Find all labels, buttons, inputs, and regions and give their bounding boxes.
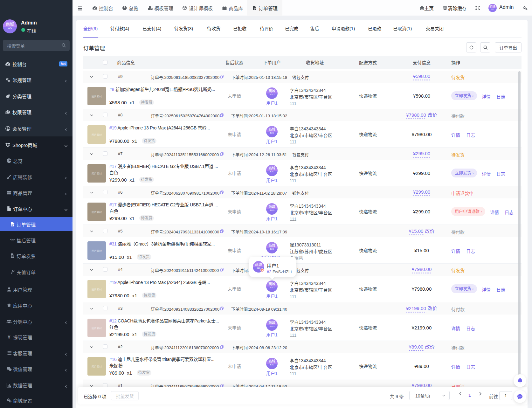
- svg-text:¥: ¥: [8, 335, 10, 340]
